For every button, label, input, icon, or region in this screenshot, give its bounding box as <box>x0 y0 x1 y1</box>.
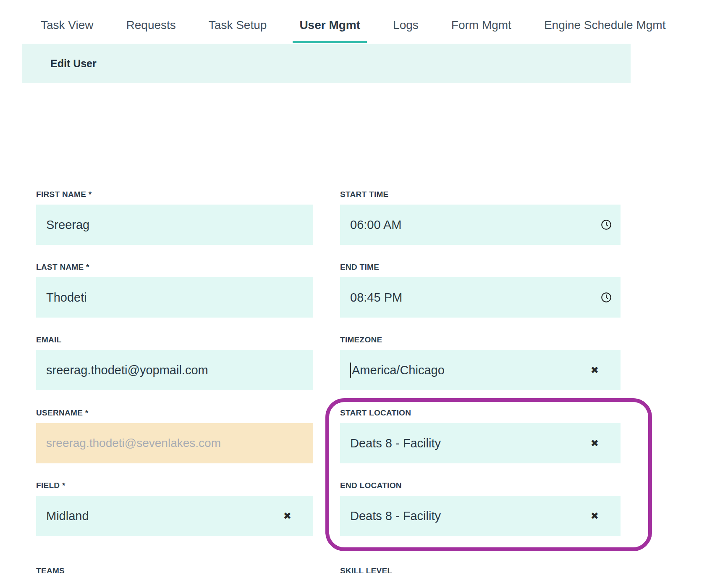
end-time-field: END TIME 08:45 PM <box>340 263 621 318</box>
clear-icon[interactable]: ✖ <box>591 365 599 375</box>
skill-level-label: SKILL LEVEL <box>340 566 621 573</box>
skill-level-field: SKILL LEVEL <box>340 566 621 573</box>
text-cursor <box>350 363 351 378</box>
edit-user-banner: Edit User <box>22 44 631 83</box>
end-time-label: END TIME <box>340 263 621 272</box>
timezone-label: TIMEZONE <box>340 335 621 344</box>
timezone-input[interactable]: America/Chicago ✖ <box>340 350 621 390</box>
tab-engine-schedule-mgmt[interactable]: Engine Schedule Mgmt <box>544 18 666 43</box>
email-label: EMAIL <box>36 335 313 344</box>
page-title: Edit User <box>50 58 97 70</box>
end-time-value: 08:45 PM <box>350 291 402 305</box>
timezone-field: TIMEZONE America/Chicago ✖ <box>340 335 621 390</box>
first-name-field: FIRST NAME * Sreerag <box>36 190 313 245</box>
username-field: USERNAME * sreerag.thodeti@sevenlakes.co… <box>36 408 313 463</box>
start-location-value: Deats 8 - Facility <box>350 436 441 450</box>
tab-task-setup[interactable]: Task Setup <box>209 18 267 43</box>
start-time-value: 06:00 AM <box>350 218 402 232</box>
clock-icon[interactable] <box>600 219 612 231</box>
start-location-input[interactable]: Deats 8 - Facility ✖ <box>340 423 621 463</box>
end-location-input[interactable]: Deats 8 - Facility ✖ <box>340 496 621 536</box>
field-label: FIELD * <box>36 481 313 490</box>
email-field: EMAIL sreerag.thodeti@yopmail.com <box>36 335 313 390</box>
last-name-value: Thodeti <box>46 291 87 305</box>
start-location-field: START LOCATION Deats 8 - Facility ✖ <box>340 408 621 463</box>
email-input[interactable]: sreerag.thodeti@yopmail.com <box>36 350 313 390</box>
start-time-field: START TIME 06:00 AM <box>340 190 621 245</box>
start-time-label: START TIME <box>340 190 621 199</box>
first-name-input[interactable]: Sreerag <box>36 205 313 245</box>
username-input: sreerag.thodeti@sevenlakes.com <box>36 423 313 463</box>
teams-label: TEAMS <box>36 566 313 573</box>
tab-user-mgmt[interactable]: User Mgmt <box>293 18 367 43</box>
clock-icon[interactable] <box>600 292 612 303</box>
tab-form-mgmt[interactable]: Form Mgmt <box>451 18 511 43</box>
tab-logs[interactable]: Logs <box>393 18 419 43</box>
end-time-input[interactable]: 08:45 PM <box>340 277 621 318</box>
start-location-label: START LOCATION <box>340 408 621 418</box>
last-name-input[interactable]: Thodeti <box>36 277 313 318</box>
end-location-field: END LOCATION Deats 8 - Facility ✖ <box>340 481 621 536</box>
timezone-value: America/Chicago <box>352 363 445 377</box>
field-field: FIELD * Midland ✖ <box>36 481 313 536</box>
end-location-label: END LOCATION <box>340 481 621 490</box>
username-label: USERNAME * <box>36 408 313 418</box>
tab-task-view[interactable]: Task View <box>41 18 94 43</box>
top-tab-bar: Task View Requests Task Setup User Mgmt … <box>0 0 665 43</box>
username-value: sreerag.thodeti@sevenlakes.com <box>46 436 221 450</box>
end-location-value: Deats 8 - Facility <box>350 509 441 523</box>
first-name-value: Sreerag <box>46 218 89 232</box>
last-name-label: LAST NAME * <box>36 263 313 272</box>
last-name-field: LAST NAME * Thodeti <box>36 263 313 318</box>
tab-requests[interactable]: Requests <box>126 18 176 43</box>
email-value: sreerag.thodeti@yopmail.com <box>46 363 208 377</box>
field-value: Midland <box>46 509 89 523</box>
first-name-label: FIRST NAME * <box>36 190 313 199</box>
field-input[interactable]: Midland ✖ <box>36 496 313 536</box>
start-time-input[interactable]: 06:00 AM <box>340 205 621 245</box>
teams-field: TEAMS <box>36 566 313 573</box>
clear-icon[interactable]: ✖ <box>283 511 291 521</box>
clear-icon[interactable]: ✖ <box>591 439 599 448</box>
clear-icon[interactable]: ✖ <box>591 511 599 521</box>
